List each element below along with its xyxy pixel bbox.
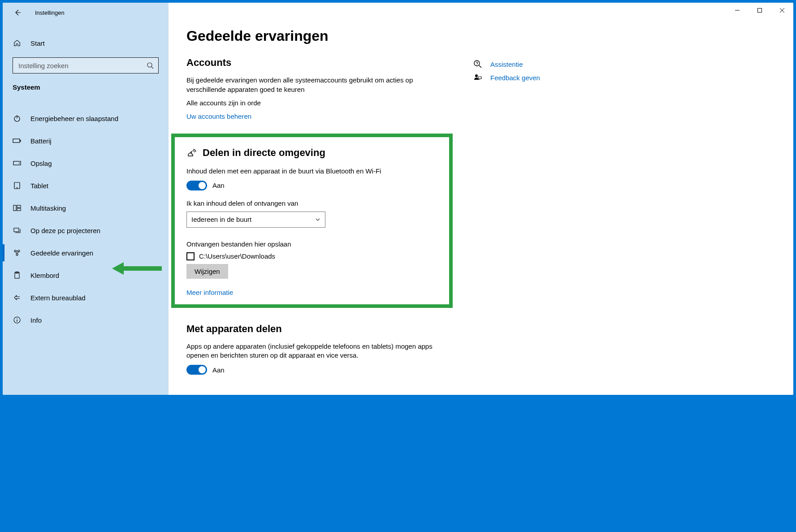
sidebar-item-label: Op deze pc projecteren (30, 227, 100, 234)
svg-rect-10 (20, 140, 21, 142)
svg-rect-9 (13, 139, 20, 143)
across-devices-heading: Met apparaten delen (186, 323, 437, 335)
save-path-row: C:\Users\user\Downloads (186, 252, 437, 260)
category-heading: Systeem (3, 80, 169, 97)
accounts-section: Accounts Bij gedeelde ervaringen worden … (186, 57, 437, 120)
svg-point-28 (17, 318, 17, 319)
search-container (3, 55, 169, 80)
toggle-state-label: Aan (212, 182, 225, 189)
sidebar-item-label: Batterij (30, 137, 52, 145)
share-across-devices-toggle[interactable] (186, 365, 207, 375)
sidebar-item-clipboard[interactable]: Klembord (3, 264, 169, 286)
svg-rect-18 (14, 228, 19, 232)
tablet-icon (13, 181, 22, 190)
svg-point-12 (19, 163, 20, 164)
search-icon (147, 62, 154, 69)
save-to-label: Ontvangen bestanden hier opslaan (186, 240, 437, 248)
more-info-link[interactable]: Meer informatie (186, 289, 233, 296)
feedback-link-label: Feedback geven (490, 74, 540, 82)
sidebar-item-partial[interactable] (3, 97, 169, 105)
svg-rect-33 (478, 77, 481, 79)
nearby-share-icon (186, 147, 197, 158)
sidebar-item-about[interactable]: Info (3, 309, 169, 331)
svg-point-32 (475, 74, 478, 77)
sidebar-item-label: Tablet (30, 182, 48, 190)
sidebar-item-label: Klembord (30, 272, 59, 279)
window-title: Instellingen (35, 9, 65, 16)
svg-line-22 (16, 252, 17, 254)
svg-point-19 (14, 250, 16, 252)
svg-line-6 (151, 67, 153, 69)
side-links: Assistentie Feedback geven (473, 57, 540, 87)
sidebar-item-storage[interactable]: Opslag (3, 152, 169, 174)
select-value: Iedereen in de buurt (191, 216, 251, 223)
feedback-link[interactable]: Feedback geven (473, 73, 540, 82)
svg-rect-1 (758, 9, 762, 13)
change-folder-button[interactable]: Wijzigen (186, 264, 228, 279)
content-column: Accounts Bij gedeelde ervaringen worden … (186, 57, 437, 388)
accounts-heading: Accounts (186, 57, 437, 69)
clipboard-icon (13, 271, 22, 280)
sidebar-item-tablet[interactable]: Tablet (3, 174, 169, 197)
storage-icon (13, 159, 22, 168)
search-input[interactable] (17, 61, 147, 70)
svg-line-23 (17, 252, 18, 254)
multitask-icon (13, 203, 22, 212)
sidebar-item-label: Opslag (30, 160, 52, 167)
home-nav[interactable]: Start (3, 31, 169, 55)
svg-point-21 (16, 254, 18, 255)
sidebar: Instellingen Start Systeem (3, 3, 169, 395)
placeholder-icon (13, 97, 22, 104)
info-icon (13, 316, 22, 324)
folder-icon (186, 252, 195, 260)
sidebar-item-label: Extern bureaublad (30, 294, 86, 302)
across-devices-desc: Apps op andere apparaten (inclusief geko… (186, 342, 437, 360)
nearby-desc: Inhoud delen met een apparaat in de buur… (186, 167, 437, 176)
sidebar-item-battery[interactable]: Batterij (3, 130, 169, 152)
share-icon (13, 248, 22, 257)
help-link-label: Assistentie (490, 61, 523, 68)
sidebar-item-label: Energiebeheer en slaapstand (30, 115, 118, 122)
home-label: Start (30, 39, 45, 47)
svg-point-31 (476, 65, 477, 65)
sidebar-item-project[interactable]: Op deze pc projecteren (3, 219, 169, 242)
sidebar-item-label: Info (30, 316, 42, 324)
sidebar-item-multitask[interactable]: Multitasking (3, 197, 169, 219)
power-icon (13, 114, 22, 123)
toggle-state-label: Aan (212, 366, 225, 374)
accounts-status: Alle accounts zijn in orde (186, 99, 437, 108)
chevron-down-icon (315, 217, 320, 222)
across-devices-section: Met apparaten delen Apps op andere appar… (186, 323, 437, 375)
titlebar: Instellingen (3, 4, 169, 21)
svg-rect-17 (17, 208, 21, 211)
search-box[interactable] (13, 57, 159, 74)
save-path-value: C:\Users\user\Downloads (199, 252, 275, 260)
svg-point-20 (18, 250, 20, 252)
maximize-button[interactable] (748, 3, 771, 18)
help-icon (473, 60, 482, 69)
sidebar-item-label: Gedeelde ervaringen (30, 249, 93, 257)
svg-point-5 (147, 63, 152, 67)
sidebar-item-remote-desktop[interactable]: Extern bureaublad (3, 286, 169, 309)
sidebar-item-power[interactable]: Energiebeheer en slaapstand (3, 107, 169, 130)
nearby-sharing-toggle[interactable] (186, 181, 207, 190)
nearby-heading: Delen in directe omgeving (203, 147, 325, 159)
svg-rect-16 (17, 205, 21, 208)
manage-accounts-link[interactable]: Uw accounts beheren (186, 112, 251, 120)
sidebar-item-shared-experiences[interactable]: Gedeelde ervaringen (3, 242, 169, 264)
window-controls (726, 3, 793, 18)
svg-rect-15 (13, 205, 16, 211)
close-button[interactable] (771, 3, 793, 18)
back-button[interactable] (11, 6, 24, 19)
receive-from-label: Ik kan inhoud delen of ontvangen van (186, 199, 437, 207)
minimize-button[interactable] (726, 3, 748, 18)
project-icon (13, 226, 22, 235)
feedback-icon (473, 73, 482, 82)
annotation-highlight-box: Delen in directe omgeving Inhoud delen m… (171, 134, 453, 308)
sidebar-item-label: Multitasking (30, 204, 66, 212)
nav-list[interactable]: Energiebeheer en slaapstand Batterij Ops… (3, 97, 169, 395)
page-title: Gedeelde ervaringen (186, 28, 775, 44)
home-icon (13, 39, 22, 48)
receive-from-select[interactable]: Iedereen in de buurt (186, 212, 325, 228)
help-link[interactable]: Assistentie (473, 60, 540, 69)
